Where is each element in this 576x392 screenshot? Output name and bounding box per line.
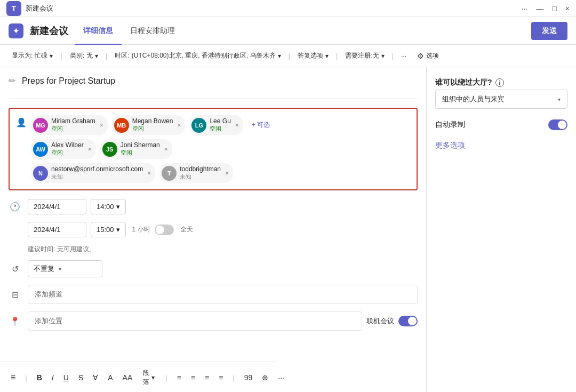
- meeting-title-input[interactable]: [22, 76, 418, 86]
- close-icon[interactable]: ×: [565, 4, 570, 13]
- recurrence-select[interactable]: 不重复 ▾: [28, 260, 102, 277]
- optional-button[interactable]: + 可选: [252, 121, 270, 130]
- attendees-inner: MG Miriam Graham 空闲 × MB Megan Bowen: [31, 115, 410, 183]
- meeting-title-row: ✏: [9, 76, 418, 90]
- start-datetime-content: 2024/4/1 14:00 ▾: [28, 199, 418, 214]
- numbered-list-button[interactable]: ≡: [217, 372, 225, 383]
- lobby-chevron: ▾: [558, 97, 561, 102]
- clock-icon: 🕐: [9, 202, 21, 212]
- more-icon[interactable]: ···: [522, 4, 528, 13]
- avatar-todd: T: [162, 166, 177, 181]
- avatar-nestor: N: [33, 166, 48, 181]
- end-time-select[interactable]: 15:00 ▾: [91, 222, 126, 237]
- toolbar-more[interactable]: ···: [398, 50, 410, 62]
- options-btn[interactable]: ⚙ 选项: [414, 49, 442, 62]
- strikethrough-button[interactable]: S: [76, 372, 85, 383]
- right-panel: 谁可以绕过大厅? i 组织中的人员与来宾 ▾ 自动录制 更多选项: [427, 67, 576, 392]
- title-bar-title: 新建会议: [26, 4, 53, 13]
- remove-joni[interactable]: ×: [164, 146, 168, 153]
- remove-megan[interactable]: ×: [177, 122, 181, 129]
- remove-lee[interactable]: ×: [235, 122, 239, 129]
- left-panel: ✏ 👤 MG Miriam Graham 空闲: [0, 67, 427, 392]
- info-alex: Alex Wilber 空闲: [51, 141, 84, 157]
- channel-content[interactable]: 添加频道: [28, 285, 418, 304]
- font-color-button[interactable]: A: [106, 372, 115, 383]
- info-miriam: Miriam Graham 空闲: [51, 117, 95, 133]
- auto-record-row: 自动录制: [435, 119, 567, 130]
- attendee-chip-miriam: MG Miriam Graham 空闲 ×: [31, 115, 108, 135]
- online-meeting-label: 联机会议: [366, 316, 394, 326]
- quote-button[interactable]: 99: [242, 372, 255, 383]
- tab-details[interactable]: 详细信息: [75, 17, 122, 45]
- bold-button[interactable]: B: [35, 372, 44, 383]
- lobby-title: 谁可以绕过大厅? i: [435, 78, 567, 87]
- end-datetime-content: 2024/4/1 15:00 ▾ 1 小时 全天: [28, 222, 418, 237]
- response-selector[interactable]: 答复选项 ▾: [294, 49, 332, 62]
- remove-todd[interactable]: ×: [225, 170, 229, 177]
- show-as-selector[interactable]: 显示为: 忙碌 ▾: [9, 49, 56, 62]
- all-day-toggle[interactable]: [155, 225, 174, 235]
- attendees-box: 👤 MG Miriam Graham 空闲 ×: [9, 108, 418, 190]
- remove-alex[interactable]: ×: [88, 146, 92, 153]
- bottom-toolbar: ≡ | B I U S ∀ A AA 段落 ▾ | ≡ ≡ ≡ ≡ | 99 ⊕…: [0, 362, 277, 392]
- start-datetime-row: 🕐 2024/4/1 14:00 ▾: [9, 199, 418, 214]
- send-button[interactable]: 发送: [531, 22, 567, 40]
- attendee-chip-todd: T toddbrightman 未知 ×: [159, 163, 233, 183]
- align-left-button[interactable]: ≡: [175, 372, 183, 383]
- timezone-selector[interactable]: 时区: (UTC+08:00)北京, 重庆, 香港特别行政区, 乌鲁木齐 ▾: [111, 49, 284, 62]
- paragraph-dropdown[interactable]: 段落 ▾: [140, 366, 158, 389]
- recurrence-row: ↺ 不重复 ▾: [9, 260, 418, 277]
- italic-button[interactable]: I: [50, 372, 56, 383]
- title-bar-left: T 新建会议: [6, 1, 53, 16]
- align-center-button[interactable]: ≡: [189, 372, 197, 383]
- auto-record-toggle[interactable]: [548, 119, 567, 130]
- tab-scheduling[interactable]: 日程安排助理: [122, 17, 183, 45]
- title-bar-controls[interactable]: ··· — □ ×: [522, 4, 570, 13]
- format-more-button[interactable]: ···: [276, 372, 286, 383]
- toolbar: 显示为: 忙碌 ▾ | 类别: 无 ▾ | 时区: (UTC+08:00)北京,…: [0, 45, 576, 67]
- maximize-icon[interactable]: □: [552, 4, 556, 13]
- format-list-icon: ≡: [9, 372, 18, 383]
- location-content: 添加位置 联机会议: [28, 311, 418, 331]
- category-selector[interactable]: 类别: 无 ▾: [67, 49, 101, 62]
- attendees-row-2: AW Alex Wilber 空闲 × JS Joni Sherman: [31, 139, 410, 159]
- location-icon: 📍: [9, 316, 21, 326]
- start-date-input[interactable]: 2024/4/1: [28, 199, 86, 214]
- lobby-dropdown[interactable]: 组织中的人员与来宾 ▾: [435, 90, 567, 109]
- list-button[interactable]: ≡: [203, 372, 211, 383]
- timezone-chevron: ▾: [278, 52, 281, 60]
- start-time-select[interactable]: 14:00 ▾: [91, 199, 126, 214]
- link-button[interactable]: ⊕: [260, 372, 270, 383]
- avatar-miriam: MG: [33, 118, 48, 133]
- remove-miriam[interactable]: ×: [100, 122, 103, 129]
- info-todd: toddbrightman 未知: [180, 165, 221, 181]
- teams-logo: T: [6, 1, 21, 16]
- remove-nestor[interactable]: ×: [147, 170, 151, 177]
- all-day-label: 全天: [180, 225, 193, 234]
- online-meeting-toggle[interactable]: [398, 316, 418, 326]
- category-chevron: ▾: [95, 52, 98, 60]
- attendee-chip-lee: LG Lee Gu 空闲 ×: [189, 115, 243, 135]
- app-header: ✦ 新建会议 详细信息 日程安排助理 发送: [0, 17, 576, 45]
- more-options-link[interactable]: 更多选项: [435, 141, 465, 149]
- attendee-chip-megan: MB Megan Bowen 空闲 ×: [112, 115, 186, 135]
- end-date-input[interactable]: 2024/4/1: [28, 222, 86, 237]
- avatar-alex: AW: [33, 142, 48, 157]
- attendees-row-3: N nestorw@spnrf.onmicrosoft.com 未知 × T: [31, 163, 410, 183]
- registration-selector[interactable]: 需要注册:无 ▾: [342, 49, 387, 62]
- attendee-chip-nestor: N nestorw@spnrf.onmicrosoft.com 未知 ×: [31, 163, 155, 183]
- lobby-info-icon[interactable]: i: [495, 78, 504, 87]
- recurrence-chevron: ▾: [59, 266, 61, 272]
- recurrence-icon: ↺: [9, 264, 21, 274]
- registration-chevron: ▾: [381, 52, 385, 60]
- header-tabs: 详细信息 日程安排助理: [75, 17, 183, 45]
- attendees-row-1: MG Miriam Graham 空闲 × MB Megan Bowen: [31, 115, 410, 135]
- underline-button[interactable]: U: [61, 372, 71, 383]
- minimize-icon[interactable]: —: [536, 4, 543, 13]
- location-placeholder: 添加位置: [35, 317, 62, 325]
- avatar-lee: LG: [191, 118, 206, 133]
- font-size-button[interactable]: AA: [121, 372, 135, 383]
- location-input[interactable]: 添加位置: [28, 311, 362, 331]
- math-button[interactable]: ∀: [91, 372, 100, 383]
- channel-row: ⊟ 添加频道: [9, 285, 418, 304]
